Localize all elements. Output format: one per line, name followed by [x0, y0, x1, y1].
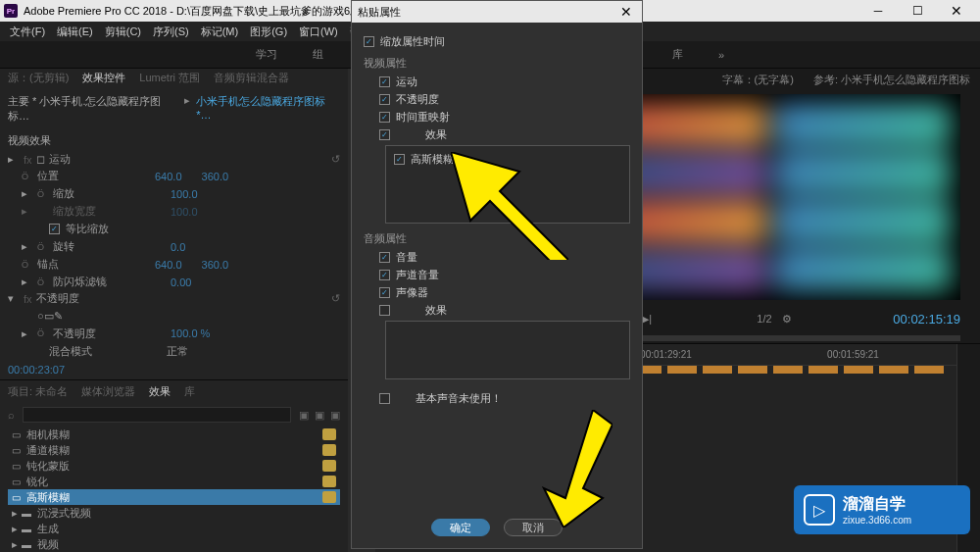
- tab-project[interactable]: 项目: 未命名: [8, 384, 68, 399]
- effect-panel-tabs: 源：(无剪辑) 效果控件 Lumetri 范围 音频剪辑混合器: [0, 69, 348, 88]
- effect-icon: ▭: [12, 429, 21, 440]
- effect-folder[interactable]: ▸▬沉浸式视频: [8, 505, 340, 521]
- annotation-arrow: [451, 152, 568, 260]
- workspace-more[interactable]: »: [710, 45, 732, 65]
- anchor-x[interactable]: 640.0: [155, 259, 182, 271]
- 32bit-filter-icon[interactable]: ▣: [315, 409, 324, 422]
- menu-edit[interactable]: 编辑(E): [51, 25, 99, 39]
- tab-library[interactable]: 库: [184, 384, 195, 399]
- motion-effect[interactable]: 运动: [49, 152, 167, 167]
- motion-checkbox[interactable]: [379, 76, 390, 87]
- rotation-value[interactable]: 0.0: [171, 241, 185, 253]
- folder-icon: ▬: [22, 508, 31, 519]
- folder-icon: ▬: [22, 524, 31, 534]
- workspace-learn[interactable]: 学习: [248, 43, 285, 66]
- effects-search-input[interactable]: [23, 407, 291, 423]
- clip-header: 主要 * 小米手机.怎么隐藏程序图标… ▸ 小米手机怎么隐藏程序图标 *…: [0, 88, 348, 129]
- video-effects-checkbox[interactable]: [379, 129, 390, 140]
- svg-marker-1: [544, 410, 612, 527]
- effect-icon: ▭: [12, 461, 21, 472]
- menu-window[interactable]: 窗口(W): [293, 25, 344, 39]
- program-timecode[interactable]: 00:02:15:19: [893, 312, 960, 326]
- effect-item[interactable]: ▭锐化: [8, 474, 340, 489]
- audio-effects-list: [385, 321, 630, 379]
- channel-volume-checkbox[interactable]: [379, 270, 390, 280]
- position-y[interactable]: 360.0: [202, 171, 229, 182]
- menu-clip[interactable]: 剪辑(C): [99, 25, 147, 39]
- tab-lumetri[interactable]: Lumetri 范围: [139, 71, 200, 85]
- search-icon: ⌕: [8, 409, 15, 421]
- menu-sequence[interactable]: 序列(S): [147, 25, 195, 39]
- basic-sound-checkbox[interactable]: [379, 393, 390, 404]
- gaussian-blur-checkbox[interactable]: [394, 154, 405, 165]
- annotation-arrow: [524, 410, 612, 527]
- effect-item-selected[interactable]: ▭高斯模糊: [8, 489, 340, 505]
- settings-icon[interactable]: ⚙: [782, 313, 792, 326]
- ok-button[interactable]: 确定: [431, 519, 490, 536]
- audio-effects-checkbox[interactable]: [379, 305, 390, 316]
- workspace-assembly[interactable]: 组: [305, 43, 331, 66]
- clip-link[interactable]: 小米手机怎么隐藏程序图标 *…: [196, 94, 340, 124]
- reset-icon[interactable]: ↺: [331, 153, 340, 166]
- reference-label: 参考: 小米手机怎么隐藏程序图标: [813, 73, 970, 87]
- resolution-dropdown[interactable]: 1/2: [757, 313, 771, 325]
- svg-marker-0: [451, 152, 568, 260]
- anti-flicker-value[interactable]: 0.00: [171, 276, 191, 288]
- dialog-close-button[interactable]: ✕: [616, 4, 636, 20]
- volume-checkbox[interactable]: [379, 252, 390, 263]
- accel-filter-icon[interactable]: ▣: [299, 409, 309, 422]
- tab-media-browser[interactable]: 媒体浏览器: [81, 384, 135, 399]
- uniform-scale-checkbox[interactable]: [49, 224, 60, 234]
- opacity-checkbox[interactable]: [379, 94, 390, 105]
- tab-source[interactable]: 源：(无剪辑): [8, 71, 69, 85]
- folder-icon: ▬: [22, 539, 31, 550]
- blend-mode-value[interactable]: 正常: [167, 344, 188, 359]
- stopwatch-icon[interactable]: Ö: [22, 172, 33, 181]
- menu-graphics[interactable]: 图形(G): [244, 25, 293, 39]
- video-attrs-label: 视频属性: [364, 56, 630, 71]
- mask-rect-icon[interactable]: ▭: [44, 310, 54, 323]
- time-remap-checkbox[interactable]: [379, 112, 390, 123]
- workspace-library[interactable]: 库: [664, 43, 691, 66]
- position-label: 位置: [37, 169, 155, 183]
- blend-mode-label: 混合模式: [49, 344, 167, 359]
- effect-folder[interactable]: ▸▬视频: [8, 536, 340, 552]
- menu-marker[interactable]: 标记(M): [195, 25, 245, 39]
- effects-list: ▭相机模糊 ▭通道模糊 ▭钝化蒙版 ▭锐化 ▭高斯模糊 ▸▬沉浸式视频 ▸▬生成…: [0, 427, 348, 552]
- effect-icon: ▭: [12, 492, 21, 503]
- effect-icon: ▭: [12, 477, 21, 487]
- rotation-label: 旋转: [53, 239, 171, 254]
- opacity-value[interactable]: 100.0 %: [171, 327, 210, 339]
- effect-item[interactable]: ▭相机模糊: [8, 427, 340, 442]
- effect-icon: ▭: [12, 445, 21, 456]
- reset-icon[interactable]: ↺: [331, 292, 340, 305]
- subtitle-label: 字幕：(无字幕): [722, 73, 794, 87]
- effect-timecode[interactable]: 00:00:23:07: [0, 360, 348, 379]
- tab-audio-mixer[interactable]: 音频剪辑混合器: [214, 71, 289, 85]
- dialog-titlebar[interactable]: 粘贴属性 ✕: [352, 1, 642, 23]
- mask-pen-icon[interactable]: ✎: [54, 310, 63, 323]
- anchor-y[interactable]: 360.0: [202, 259, 229, 271]
- opacity-value-label: 不透明度: [53, 326, 171, 341]
- effect-item[interactable]: ▭通道模糊: [8, 442, 340, 458]
- maximize-button[interactable]: ☐: [898, 0, 937, 22]
- tab-effect-controls[interactable]: 效果控件: [82, 71, 125, 85]
- minimize-button[interactable]: ─: [858, 0, 898, 22]
- scale-time-checkbox[interactable]: [364, 36, 374, 47]
- position-x[interactable]: 640.0: [155, 171, 182, 182]
- menu-file[interactable]: 文件(F): [4, 25, 51, 39]
- effect-item[interactable]: ▭钝化蒙版: [8, 458, 340, 474]
- video-effects-label: 视频效果: [0, 129, 348, 152]
- close-button[interactable]: ✕: [937, 0, 976, 22]
- anchor-label: 锚点: [37, 257, 155, 272]
- tab-effects[interactable]: 效果: [149, 384, 171, 399]
- scale-value[interactable]: 100.0: [171, 188, 198, 200]
- project-panel-tabs: 项目: 未命名 媒体浏览器 效果 库: [0, 380, 348, 403]
- play-logo-icon: ▷: [804, 494, 835, 526]
- opacity-effect[interactable]: 不透明度: [36, 291, 154, 306]
- effect-folder[interactable]: ▸▬生成: [8, 521, 340, 536]
- yuv-filter-icon[interactable]: ▣: [330, 409, 340, 422]
- panner-checkbox[interactable]: [379, 287, 390, 298]
- mask-ellipse-icon[interactable]: ○: [37, 310, 44, 322]
- scale-width-label: 缩放宽度: [53, 204, 171, 219]
